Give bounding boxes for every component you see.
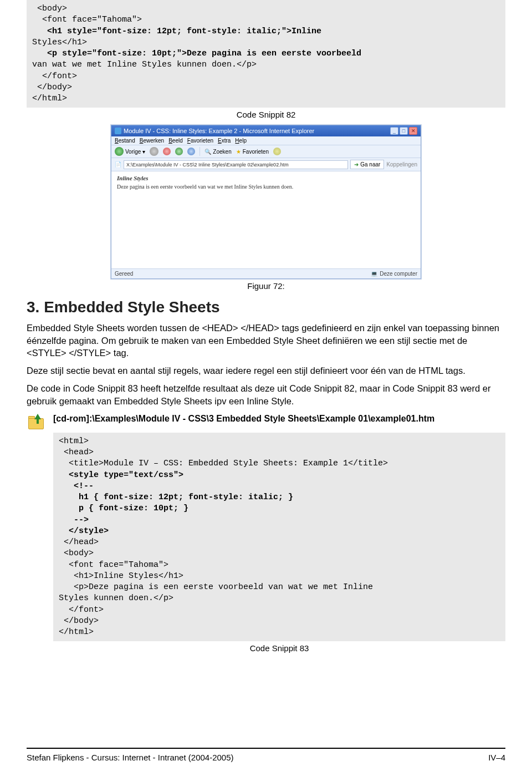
home-button[interactable] (187, 148, 195, 155)
paragraph-3: De code in Code Snippit 83 heeft hetzelf… (27, 382, 505, 407)
star-icon: ★ (236, 149, 241, 155)
forward-button[interactable] (150, 147, 158, 156)
paragraph-1: Embedded Style Sheets worden tussen de <… (27, 322, 505, 359)
refresh-button[interactable] (175, 148, 183, 155)
minimize-button[interactable]: _ (390, 127, 398, 135)
favorites-label: Favorieten (243, 149, 269, 155)
statusbar: Gereed 💻 Deze computer (111, 268, 421, 278)
stop-button[interactable] (163, 148, 171, 155)
status-left: Gereed (115, 271, 133, 277)
example-path: [cd-rom]:\Examples\Module IV - CSS\3 Emb… (53, 413, 434, 427)
search-button[interactable]: 🔍 Zoeken (204, 149, 231, 155)
code-snippit-83-caption: Code Snippit 83 (53, 643, 505, 653)
go-label: Ga naar (360, 161, 380, 168)
links-label: Koppelingen (386, 161, 417, 168)
back-label: Vorige (125, 149, 141, 155)
browser-window: Module IV - CSS: Inline Styles: Example … (111, 125, 421, 279)
menu-item[interactable]: Extra (218, 138, 231, 144)
content-paragraph: Deze pagina is een eerste voorbeeld van … (117, 184, 415, 190)
menubar: BestandBewerkenBeeldFavorietenExtraHelp (111, 136, 421, 145)
status-right: Deze computer (380, 271, 417, 277)
back-icon (115, 147, 124, 156)
folder-shortcut-icon (27, 413, 47, 433)
code-snippit-83: <html> <head> <title>Module IV – CSS: Em… (53, 433, 505, 642)
window-title-text: Module IV - CSS: Inline Styles: Example … (124, 128, 314, 134)
menu-item[interactable]: Favorieten (187, 138, 213, 144)
address-bar-row: 📄 X:\Examples\Module IV - CSS\2 Inline S… (111, 158, 421, 171)
back-button[interactable]: Vorige ▾ (115, 147, 145, 156)
code-snippit-82: <body> <font face="Tahoma"> <h1 style="f… (27, 0, 505, 108)
ie-icon (115, 128, 121, 134)
menu-item[interactable]: Beeld (168, 138, 183, 144)
content-heading: Inline Styles (117, 175, 415, 181)
footer-rule (27, 748, 505, 749)
section-heading: 3. Embedded Style Sheets (27, 298, 505, 316)
address-icon: 📄 (115, 161, 121, 168)
toolbar: Vorige ▾ 🔍 Zoeken ★ Favorieten (111, 145, 421, 158)
code-snippit-82-caption: Code Snippit 82 (27, 110, 505, 119)
example-block: [cd-rom]:\Examples\Module IV - CSS\3 Emb… (27, 413, 505, 433)
menu-item[interactable]: Help (235, 138, 247, 144)
figure-caption: Figuur 72: (27, 281, 505, 291)
menu-item[interactable]: Bestand (115, 138, 135, 144)
history-button[interactable] (273, 148, 281, 155)
computer-icon: 💻 (371, 271, 377, 277)
chevron-down-icon: ▾ (142, 149, 145, 155)
browser-content: Inline Styles Deze pagina is een eerste … (111, 171, 421, 268)
close-button[interactable]: ✕ (409, 127, 417, 135)
search-icon: 🔍 (204, 149, 211, 155)
window-titlebar: Module IV - CSS: Inline Styles: Example … (111, 125, 421, 136)
favorites-button[interactable]: ★ Favorieten (236, 149, 269, 155)
go-icon: ➜ (354, 161, 359, 168)
footer-left: Stefan Flipkens - Cursus: Internet - Int… (27, 753, 234, 762)
maximize-button[interactable]: □ (400, 127, 408, 135)
go-button[interactable]: ➜ Ga naar (350, 160, 384, 169)
paragraph-2: Deze stijl sectie bevat en aantal stijl … (27, 364, 505, 377)
menu-item[interactable]: Bewerken (140, 138, 164, 144)
footer-page-number: IV–4 (488, 753, 505, 762)
address-input[interactable]: X:\Examples\Module IV - CSS\2 Inline Sty… (124, 160, 348, 169)
search-label: Zoeken (213, 149, 231, 155)
